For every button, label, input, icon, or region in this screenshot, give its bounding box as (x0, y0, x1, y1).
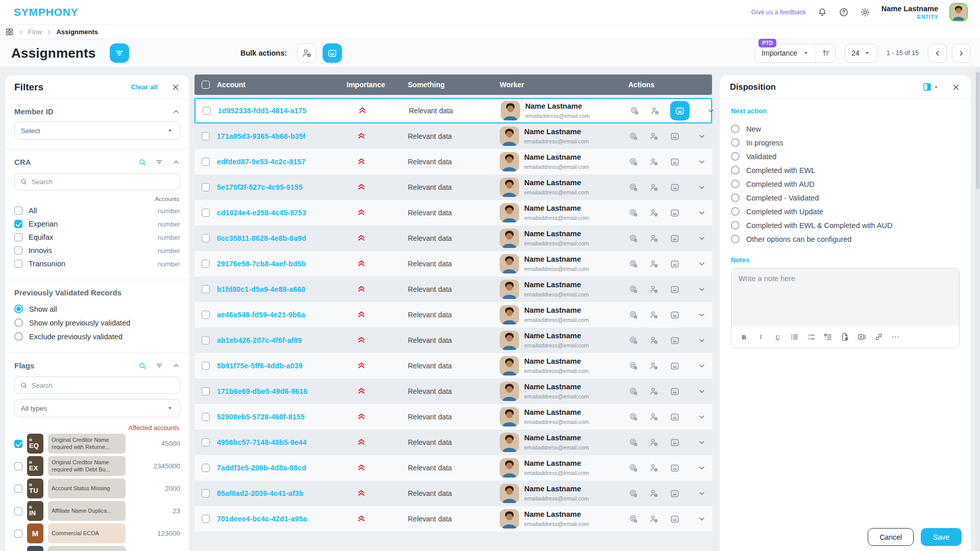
radio-button[interactable] (14, 318, 23, 327)
row-expand-chevron-icon[interactable] (698, 362, 706, 370)
robot-icon[interactable] (669, 360, 680, 371)
assign-worker-icon[interactable] (649, 233, 659, 243)
assign-worker-icon[interactable] (649, 437, 659, 447)
robot-icon[interactable] (669, 156, 680, 167)
underline-button[interactable]: U (770, 330, 785, 344)
row-checkbox[interactable] (202, 336, 210, 344)
close-icon[interactable] (951, 83, 961, 92)
row-checkbox[interactable] (202, 413, 210, 421)
account-link[interactable]: 0cc35811-0628-4e8b-8a9d (217, 234, 306, 242)
radio-button[interactable] (731, 193, 740, 202)
bold-button[interactable]: B (737, 330, 751, 344)
robot-icon[interactable] (669, 309, 680, 320)
account-link[interactable]: ab1eb426-207c-4f6f-af89 (217, 336, 302, 344)
link-button[interactable] (871, 330, 886, 344)
page-size-select[interactable]: 24 (845, 44, 877, 63)
row-checkbox[interactable] (202, 158, 210, 166)
user-avatar[interactable] (949, 3, 968, 21)
assign-worker-icon[interactable] (649, 284, 659, 294)
assign-worker-icon[interactable] (649, 208, 659, 218)
checkbox[interactable] (14, 220, 22, 228)
save-button[interactable]: Save (921, 528, 962, 546)
row-checkbox[interactable] (202, 489, 210, 497)
robot-icon[interactable] (669, 258, 680, 269)
clear-all-link[interactable]: Clear all (131, 83, 158, 91)
radio-button[interactable] (14, 332, 23, 341)
select-all-checkbox[interactable] (202, 81, 210, 89)
robot-icon[interactable] (669, 233, 680, 244)
checkbox[interactable] (14, 260, 22, 268)
member-id-select[interactable]: Select (14, 121, 180, 140)
assign-worker-icon[interactable] (649, 361, 659, 371)
account-link[interactable]: 1d952338-fdd1-4814-a175 (218, 107, 306, 115)
copy-arrow-icon[interactable] (628, 284, 639, 294)
account-link[interactable]: edfded87-9e53-4c2c-8157 (217, 158, 305, 166)
account-link[interactable]: ae46a548-fd59-4e21-9b6a (217, 311, 305, 319)
chevron-up-icon[interactable] (172, 108, 180, 116)
row-expand-chevron-icon[interactable] (698, 158, 706, 166)
cra-search-input[interactable] (32, 178, 175, 186)
row-checkbox[interactable] (203, 107, 211, 115)
copy-arrow-icon[interactable] (628, 157, 639, 167)
assign-worker-icon[interactable] (649, 182, 659, 192)
breadcrumb-flow[interactable]: Flow (28, 28, 42, 36)
robot-icon[interactable] (669, 207, 680, 218)
bulk-auto-assign-button[interactable] (323, 43, 342, 63)
row-expand-chevron-icon[interactable] (698, 260, 706, 268)
sort-direction-button[interactable] (816, 44, 835, 62)
account-link[interactable]: 5b91f75e-5ff6-4ddb-a039 (217, 362, 303, 370)
row-expand-chevron-icon[interactable] (698, 183, 706, 191)
robot-icon[interactable] (669, 411, 680, 422)
checkbox[interactable] (14, 462, 22, 470)
robot-icon[interactable] (669, 335, 680, 346)
copy-arrow-icon[interactable] (629, 106, 640, 116)
row-checkbox[interactable] (202, 515, 210, 523)
assign-worker-icon[interactable] (649, 310, 659, 320)
account-link[interactable]: 701deee4-bc4c-42d1-a95a (217, 515, 307, 523)
copy-arrow-icon[interactable] (628, 233, 639, 243)
row-expand-chevron-icon[interactable] (698, 464, 706, 472)
row-checkbox[interactable] (202, 311, 210, 319)
account-link[interactable]: 29176e58-7cb8-4aef-bd5b (217, 260, 306, 268)
assign-worker-icon[interactable] (649, 386, 659, 396)
row-checkbox[interactable] (202, 464, 210, 472)
robot-icon[interactable] (669, 488, 680, 499)
prev-page-button[interactable] (928, 44, 947, 63)
copy-arrow-icon[interactable] (628, 335, 639, 345)
filter-lines-icon[interactable] (155, 362, 163, 370)
row-checkbox[interactable] (202, 132, 210, 140)
account-link[interactable]: cd1024e4-e258-4c45-9753 (217, 209, 306, 217)
copy-arrow-icon[interactable] (628, 131, 639, 141)
row-checkbox[interactable] (202, 387, 210, 395)
checkbox[interactable] (14, 207, 22, 215)
row-expand-chevron-icon[interactable] (698, 489, 706, 497)
cancel-button[interactable]: Cancel (868, 528, 914, 546)
gear-icon[interactable] (860, 7, 870, 17)
bullet-list-button[interactable] (787, 330, 802, 344)
row-checkbox[interactable] (202, 438, 210, 446)
copy-arrow-icon[interactable] (628, 412, 639, 422)
assign-worker-icon[interactable] (649, 514, 659, 524)
chevron-up-icon[interactable] (172, 362, 180, 370)
ordered-list-button[interactable]: 12 (804, 330, 819, 344)
checkbox[interactable] (14, 507, 22, 515)
row-expand-chevron-icon[interactable] (698, 336, 706, 344)
copy-arrow-icon[interactable] (628, 488, 639, 498)
row-checkbox[interactable] (202, 234, 210, 242)
search-icon[interactable] (138, 158, 146, 166)
row-expand-chevron-icon[interactable] (707, 107, 715, 115)
apps-grid-icon[interactable] (5, 28, 14, 36)
row-expand-chevron-icon[interactable] (698, 387, 706, 395)
radio-button[interactable] (731, 166, 740, 174)
robot-icon[interactable] (669, 182, 680, 193)
radio-button[interactable] (731, 152, 740, 161)
copy-arrow-icon[interactable] (628, 310, 639, 320)
panel-layout-toggle[interactable] (923, 83, 939, 91)
scrollbar-thumb[interactable] (976, 72, 979, 189)
account-link[interactable]: 7addf3e5-206b-4d8a-88cd (217, 464, 306, 472)
auto-assign-button[interactable] (670, 101, 690, 120)
copy-arrow-icon[interactable] (628, 386, 639, 396)
row-expand-chevron-icon[interactable] (698, 209, 706, 217)
chevron-up-icon[interactable] (172, 158, 180, 166)
feedback-link[interactable]: Give us a feedback (751, 9, 806, 16)
